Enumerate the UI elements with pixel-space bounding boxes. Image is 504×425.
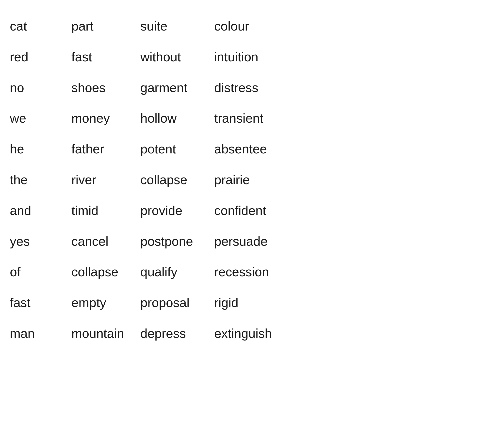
word-cell: cancel xyxy=(71,230,140,253)
word-cell: river xyxy=(71,168,140,191)
word-cell: garment xyxy=(140,76,214,99)
word-cell: empty xyxy=(71,291,140,314)
word-cell: proposal xyxy=(140,291,214,314)
word-cell: persuade xyxy=(214,230,293,253)
word-cell: prairie xyxy=(214,168,293,191)
word-cell: distress xyxy=(214,76,293,99)
word-cell: and xyxy=(10,199,71,222)
word-cell: confident xyxy=(214,199,293,222)
word-cell: timid xyxy=(71,199,140,222)
word-cell: fast xyxy=(71,46,140,68)
word-cell: fast xyxy=(10,291,71,314)
word-cell: colour xyxy=(214,15,293,38)
word-cell: rigid xyxy=(214,291,293,314)
word-cell: we xyxy=(10,107,71,130)
word-cell: part xyxy=(71,15,140,38)
word-cell: money xyxy=(71,107,140,130)
word-cell: extinguish xyxy=(214,322,293,345)
word-cell: no xyxy=(10,76,71,99)
word-grid: catpartsuitecolourredfastwithoutintuitio… xyxy=(10,15,494,345)
word-cell: depress xyxy=(140,322,214,345)
word-cell: cat xyxy=(10,15,71,38)
word-cell: intuition xyxy=(214,46,293,68)
word-cell: absentee xyxy=(214,138,293,161)
word-cell: recession xyxy=(214,261,293,283)
word-cell: without xyxy=(140,46,214,68)
word-cell: shoes xyxy=(71,76,140,99)
word-cell: the xyxy=(10,168,71,191)
word-cell: provide xyxy=(140,199,214,222)
word-cell: potent xyxy=(140,138,214,161)
word-cell: red xyxy=(10,46,71,68)
word-cell: mountain xyxy=(71,322,140,345)
word-cell: of xyxy=(10,261,71,283)
word-cell: he xyxy=(10,138,71,161)
word-cell: postpone xyxy=(140,230,214,253)
word-cell: father xyxy=(71,138,140,161)
word-cell: transient xyxy=(214,107,293,130)
word-cell: man xyxy=(10,322,71,345)
word-cell: hollow xyxy=(140,107,214,130)
word-cell: collapse xyxy=(140,168,214,191)
word-cell: suite xyxy=(140,15,214,38)
word-cell: qualify xyxy=(140,261,214,283)
word-cell: yes xyxy=(10,230,71,253)
word-cell: collapse xyxy=(71,261,140,283)
